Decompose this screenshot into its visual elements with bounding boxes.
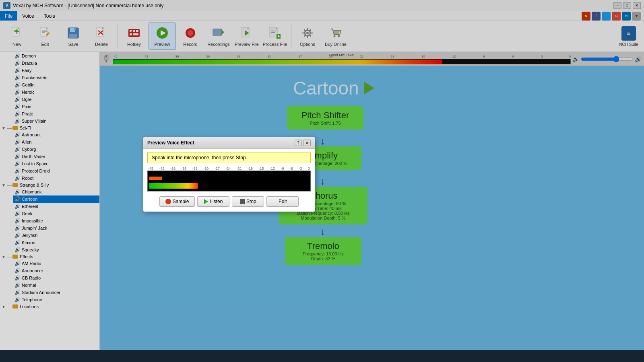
dialog-scale-labels: -45-42-39-36-33-30-27-24-21-18-15-12-9-6… (147, 167, 311, 171)
record-dot-icon (165, 199, 171, 204)
dialog-meter (147, 171, 311, 191)
stop-label: Stop (246, 199, 256, 204)
meter-fill-high (149, 177, 162, 180)
dialog-buttons: Sample Listen Stop Edit (147, 195, 311, 208)
sample-label: Sample (173, 199, 189, 204)
stop-icon (240, 199, 245, 204)
preview-voice-effect-dialog: Preview Voice Effect ? ✕ Speak into the … (143, 137, 315, 212)
play-icon (204, 199, 208, 204)
listen-label: Listen (210, 199, 223, 204)
stop-button[interactable]: Stop (232, 196, 264, 207)
sample-button[interactable]: Sample (159, 196, 195, 207)
edit-dialog-button[interactable]: Edit (266, 196, 299, 207)
dialog-instruction: Speak into the microphone, then press St… (147, 152, 311, 163)
dialog-controls: ? ✕ (295, 140, 311, 146)
edit-label: Edit (279, 199, 287, 204)
dialog-close-button[interactable]: ✕ (303, 140, 311, 146)
dialog-body: Speak into the microphone, then press St… (143, 149, 315, 212)
dialog-title: Preview Voice Effect (147, 140, 194, 146)
listen-button[interactable]: Listen (197, 196, 229, 207)
dialog-titlebar: Preview Voice Effect ? ✕ (143, 137, 315, 149)
dialog-overlay: Preview Voice Effect ? ✕ Speak into the … (0, 0, 644, 362)
dialog-help-button[interactable]: ? (295, 140, 302, 146)
meter-fill-low (149, 183, 198, 189)
